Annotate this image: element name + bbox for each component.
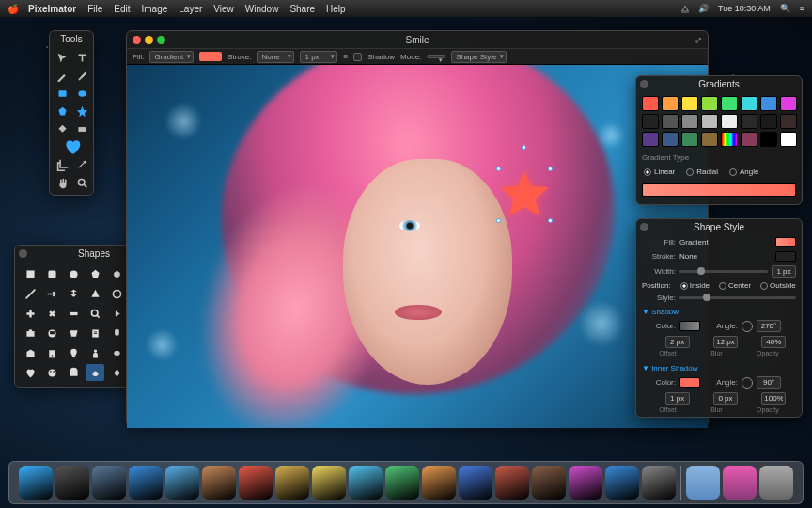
shape-item[interactable] xyxy=(86,344,104,361)
gradient-swatch[interactable] xyxy=(741,132,757,147)
shape-item[interactable] xyxy=(21,285,39,302)
ellipse-shape-tool[interactable] xyxy=(72,85,91,102)
selected-star-shape[interactable] xyxy=(498,168,551,223)
ss-pos-inside[interactable]: Inside xyxy=(680,281,710,290)
shape-item[interactable] xyxy=(42,305,61,322)
shape-item[interactable] xyxy=(21,305,39,322)
gradient-swatch[interactable] xyxy=(662,96,679,111)
ss-width-input[interactable] xyxy=(772,265,796,278)
ss-shadow-opacity[interactable] xyxy=(761,336,786,348)
apple-menu-icon[interactable]: 🍎 xyxy=(8,4,19,14)
shape-item[interactable] xyxy=(64,364,83,381)
zoom-tool[interactable] xyxy=(72,174,91,191)
clock[interactable]: Tue 10:30 AM xyxy=(718,4,771,13)
gradient-swatch[interactable] xyxy=(642,114,659,129)
text-tool[interactable] xyxy=(72,49,91,66)
stroke-style-icon[interactable]: ≡ xyxy=(343,53,348,61)
gradient-swatch[interactable] xyxy=(681,132,698,147)
dock-trash-icon[interactable] xyxy=(759,466,793,500)
dock-pixelmator-icon[interactable] xyxy=(723,466,757,500)
gradient-swatch[interactable] xyxy=(760,96,777,111)
ss-fill-dropdown[interactable]: Gradient xyxy=(679,238,772,246)
dock-missioncontrol-icon[interactable] xyxy=(92,466,126,500)
ss-is-color[interactable] xyxy=(679,377,700,388)
custom-shape-tool[interactable] xyxy=(63,138,82,155)
dock-tools-1-icon[interactable] xyxy=(495,466,529,500)
star-shape-tool[interactable] xyxy=(72,103,91,119)
ss-stroke-dropdown[interactable]: None xyxy=(679,252,772,261)
shape-item[interactable] xyxy=(86,364,104,381)
gradient-swatch[interactable] xyxy=(780,96,797,111)
shape-item[interactable] xyxy=(107,344,126,361)
menu-help[interactable]: Help xyxy=(326,4,346,14)
menu-image[interactable]: Image xyxy=(142,4,168,14)
selection-handle[interactable] xyxy=(548,167,553,171)
ss-width-slider[interactable] xyxy=(679,270,768,273)
shape-item[interactable] xyxy=(42,265,61,282)
shape-item[interactable] xyxy=(42,344,61,361)
ss-style-control[interactable] xyxy=(679,296,796,299)
titlebar[interactable]: Smile ⤢ xyxy=(127,31,708,48)
dock-calendar-icon[interactable] xyxy=(239,466,273,500)
gradient-swatch[interactable] xyxy=(701,114,718,129)
ss-shadow-disclosure[interactable]: ▼ Shadow xyxy=(636,304,802,318)
menu-share[interactable]: Share xyxy=(289,4,315,14)
dock-safari-icon[interactable] xyxy=(129,466,163,500)
gradient-swatch[interactable] xyxy=(662,114,679,129)
crop-tool[interactable] xyxy=(53,156,71,173)
shape-item[interactable] xyxy=(107,305,126,322)
gradient-angle-radio[interactable]: Angle xyxy=(729,167,758,176)
menu-layer[interactable]: Layer xyxy=(179,4,202,14)
gradient-swatch[interactable] xyxy=(681,96,698,111)
rect-shape-tool[interactable] xyxy=(53,85,71,102)
dock-notes-icon[interactable] xyxy=(312,466,346,500)
dock-facetime-icon[interactable] xyxy=(385,466,419,500)
dock-appstore-icon[interactable] xyxy=(605,466,639,500)
gradient-swatch[interactable] xyxy=(721,114,738,129)
ss-stroke-swatch[interactable] xyxy=(775,251,796,262)
dock-tools-2-icon[interactable] xyxy=(532,466,566,500)
shapestyle-dropdown[interactable]: Shape Style xyxy=(451,51,507,63)
gradient-linear-radio[interactable]: Linear xyxy=(644,167,675,176)
shape-item[interactable] xyxy=(86,285,104,302)
gradient-swatch[interactable] xyxy=(662,132,679,147)
shadow-checkbox[interactable] xyxy=(353,53,362,61)
shape-item[interactable] xyxy=(86,265,104,282)
shape-item[interactable] xyxy=(64,265,83,282)
gradient-swatch[interactable] xyxy=(701,96,718,111)
pen-tool[interactable] xyxy=(53,67,71,84)
shape-item[interactable] xyxy=(21,344,39,361)
mode-dropdown[interactable] xyxy=(427,55,445,58)
ss-is-offset[interactable] xyxy=(665,392,690,405)
shape-item[interactable] xyxy=(42,285,61,302)
stroke-width-dropdown[interactable]: 1 px xyxy=(300,51,337,63)
fill-dropdown[interactable]: Gradient xyxy=(149,51,194,63)
menu-window[interactable]: Window xyxy=(245,4,279,14)
ss-fill-swatch[interactable] xyxy=(775,237,796,247)
shape-item[interactable] xyxy=(86,325,104,341)
gradient-editor-bar[interactable] xyxy=(642,183,796,197)
gradient-swatch[interactable] xyxy=(741,114,757,129)
gradient-swatch[interactable] xyxy=(760,132,777,147)
gradient-swatch[interactable] xyxy=(780,132,797,147)
ss-is-angle-input[interactable] xyxy=(757,376,781,389)
shape-item[interactable] xyxy=(64,305,83,322)
shape-item[interactable] xyxy=(107,265,126,282)
ss-pos-center[interactable]: Center xyxy=(719,281,751,290)
dock-reminders-icon[interactable] xyxy=(275,466,309,500)
dock-photobooth-icon[interactable] xyxy=(422,466,456,500)
shape-item[interactable] xyxy=(42,325,61,341)
wifi-icon[interactable]: ⧋ xyxy=(681,4,689,14)
shape-item[interactable] xyxy=(42,364,61,381)
gradient-swatch[interactable] xyxy=(721,96,738,111)
gradient-swatch[interactable] xyxy=(642,132,659,147)
gradient-swatch[interactable] xyxy=(642,96,659,111)
ss-innershadow-disclosure[interactable]: ▼ Inner Shadow xyxy=(636,360,802,374)
gradient-swatch[interactable] xyxy=(741,96,757,111)
rotation-handle[interactable] xyxy=(522,145,526,150)
shape-item[interactable] xyxy=(21,364,39,381)
menu-edit[interactable]: Edit xyxy=(114,4,130,14)
move-tool[interactable] xyxy=(53,49,71,66)
menu-file[interactable]: File xyxy=(87,4,102,14)
dock-preview-icon[interactable] xyxy=(459,466,492,500)
